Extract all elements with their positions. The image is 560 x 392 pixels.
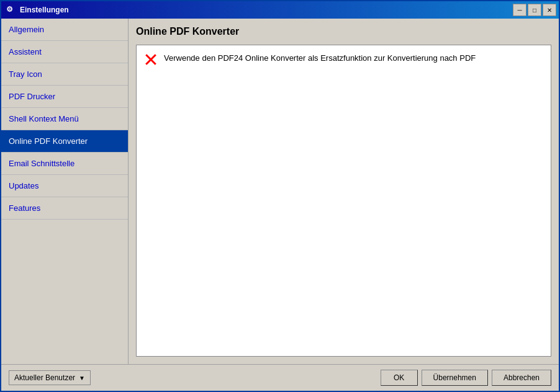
option-row: Verwende den PDF24 Online Konverter als … xyxy=(144,53,543,66)
sidebar-item-email-schnittstelle[interactable]: Email Schnittstelle xyxy=(1,153,128,175)
option-description: Verwende den PDF24 Online Konverter als … xyxy=(164,53,476,64)
user-scope-label: Aktueller Benutzer xyxy=(14,373,75,382)
main-panel: Online PDF Konverter Verwende den PDF24 … xyxy=(129,19,559,364)
sidebar-item-assistent[interactable]: Assistent xyxy=(1,41,128,63)
window-title: Einstellungen xyxy=(20,6,69,14)
sidebar-item-shell-kontext-menue[interactable]: Shell Kontext Menü xyxy=(1,108,128,130)
dropdown-arrow-icon: ▼ xyxy=(79,375,85,381)
sidebar: Allgemein Assistent Tray Icon PDF Drucke… xyxy=(1,19,129,364)
sidebar-item-pdf-drucker[interactable]: PDF Drucker xyxy=(1,86,128,108)
bottom-right: OK Übernehmen Abbrechen xyxy=(381,370,551,386)
sidebar-item-allgemein[interactable]: Allgemein xyxy=(1,19,128,41)
settings-window: ⚙ Einstellungen ─ □ ✕ Allgemein Assisten… xyxy=(0,0,560,392)
panel-content: Verwende den PDF24 Online Konverter als … xyxy=(136,45,551,357)
disabled-icon xyxy=(144,53,158,66)
cancel-button[interactable]: Abbrechen xyxy=(492,370,551,386)
close-button[interactable]: ✕ xyxy=(543,4,556,16)
panel-title: Online PDF Konverter xyxy=(136,26,551,37)
content-area: Allgemein Assistent Tray Icon PDF Drucke… xyxy=(1,19,559,364)
sidebar-item-updates[interactable]: Updates xyxy=(1,175,128,197)
sidebar-item-features[interactable]: Features xyxy=(1,197,128,220)
ok-button[interactable]: OK xyxy=(381,370,418,386)
titlebar-buttons: ─ □ ✕ xyxy=(513,4,556,16)
app-icon: ⚙ xyxy=(6,5,16,15)
maximize-button[interactable]: □ xyxy=(528,4,541,16)
minimize-button[interactable]: ─ xyxy=(513,4,526,16)
titlebar: ⚙ Einstellungen ─ □ ✕ xyxy=(1,1,559,19)
bottom-left: Aktueller Benutzer ▼ xyxy=(9,370,91,385)
sidebar-item-tray-icon[interactable]: Tray Icon xyxy=(1,63,128,86)
apply-button[interactable]: Übernehmen xyxy=(422,370,488,386)
titlebar-left: ⚙ Einstellungen xyxy=(6,5,69,15)
sidebar-item-online-pdf-konverter[interactable]: Online PDF Konverter xyxy=(1,130,128,153)
user-scope-dropdown[interactable]: Aktueller Benutzer ▼ xyxy=(9,370,91,385)
bottom-bar: Aktueller Benutzer ▼ OK Übernehmen Abbre… xyxy=(1,364,559,391)
